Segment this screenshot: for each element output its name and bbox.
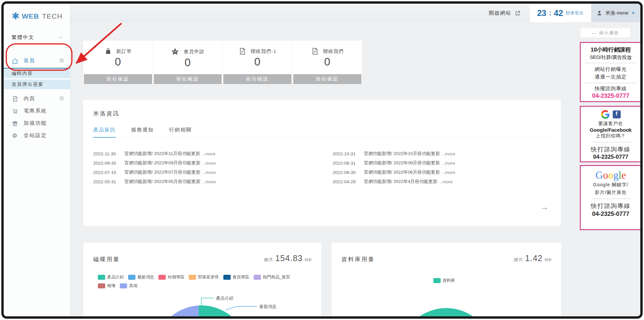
sidebar-subitem-label: 編輯內容 [12, 71, 33, 77]
legend-chip [223, 275, 231, 280]
home-icon [12, 58, 18, 64]
go-confirm-button[interactable]: 前往確認 [223, 74, 292, 84]
legend-item: 會員專區 [223, 274, 249, 280]
ad-hotline-label: 快打諮詢專線 [581, 202, 641, 210]
sidebar-item-addons[interactable]: 加值功能 [4, 117, 70, 129]
go-confirm-button[interactable]: 前往確認 [293, 74, 362, 84]
disk-total-value: 154.83 [275, 253, 303, 263]
open-site-label: 開啟網站 [489, 10, 512, 16]
external-link-icon [515, 10, 521, 16]
news-panel-title: 米洛資訊 [93, 110, 561, 117]
gear-icon: ⚙ [12, 132, 18, 139]
asterisk-logo-icon: ✱ [12, 12, 19, 21]
tab-product-news[interactable]: 產品新訊 [93, 127, 116, 138]
sidebar-item-site-settings[interactable]: ⚙ 全站設定 [4, 129, 70, 142]
google-g-icon [601, 110, 610, 119]
ad-line: 影片/圖片廣告 [581, 190, 641, 196]
open-site-link[interactable]: 開啟網站 [489, 4, 521, 22]
news-list: 2022-11-30 官網功能新增/ 2022年11月份功能更新 ..more … [93, 149, 551, 186]
legend-item: 特價專區 [158, 274, 184, 280]
ad-phone-number: 04-2325-0777 [581, 211, 641, 218]
timer-seconds: 42 [554, 8, 563, 18]
news-more-link[interactable]: ..more [440, 179, 453, 184]
app-window: ✱ WEB TECH 繁體中文 首頁 ⚙ 編輯內容 首頁彈出視窗 [1, 1, 643, 319]
legend-chip [98, 283, 105, 288]
sidebar-menu: 首頁 ⚙ 編輯內容 首頁彈出視窗 內頁 ⚙ 電商系統 [4, 55, 70, 142]
go-confirm-button[interactable]: 前往確認 [84, 74, 152, 84]
news-more-link[interactable]: ..more [203, 170, 216, 175]
next-page-arrow-icon[interactable]: → [540, 202, 549, 212]
gear-icon[interactable]: ⚙ [59, 58, 65, 64]
brand-logo: ✱ WEB TECH [12, 12, 70, 21]
legend-item: 熱門商品_首頁 [254, 274, 290, 280]
ad-phone-number: 04-2325-0777 [581, 154, 641, 160]
news-more-link[interactable]: ..more [203, 151, 215, 156]
go-confirm-button[interactable]: 前往確認 [154, 74, 222, 84]
news-date: 2022-07-15 [93, 170, 124, 175]
gear-icon[interactable]: ⚙ [59, 96, 65, 101]
database-usage-total: 總共1.42MB [514, 253, 552, 263]
legend-item: 相簿 [98, 283, 115, 289]
news-more-link[interactable]: ..more [203, 179, 216, 184]
legend-item: 產品介紹 [98, 274, 124, 280]
ad-hotline-label: 快打諮詢專線 [581, 145, 641, 153]
sidebar-subitem-edit-content[interactable]: 編輯內容 [4, 69, 70, 78]
user-menu[interactable]: 米洛-Irene ▼ [591, 4, 640, 22]
sidebar-item-ecommerce[interactable]: 電商系統 [4, 105, 70, 117]
stat-label: 聯絡我們-1 [251, 48, 276, 55]
collapse-ads-label: 縮小廣告 [599, 30, 619, 36]
news-date: 2022-09-30 [93, 161, 124, 166]
brand-name-secondary: TECH [42, 12, 62, 20]
ad-line: 要讓客戶在 [581, 121, 641, 127]
ad-marketing-course[interactable]: 10小時行銷課程 SEO/社群/廣告投放 網站行銷曝光 通通一次搞定 快撥諮詢專… [580, 42, 642, 102]
sidebar-item-label: 全站設定 [24, 132, 47, 139]
stat-label: 聯絡我們 [323, 48, 344, 55]
news-more-link[interactable]: ..more [443, 161, 455, 166]
chevron-down-icon [58, 35, 63, 40]
news-panel: 米洛資訊 產品新訊 服務通知 行銷相關 2022-11-30 官網功能新增/ 2… [83, 100, 561, 226]
legend-item: 其他 [120, 283, 137, 289]
ad-line: Google/Facebook [581, 127, 641, 133]
cart-icon [12, 108, 18, 114]
news-text: 官網功能新增/ 2022年09月份功能更新 [124, 160, 200, 166]
news-column-left: 2022-11-30 官網功能新增/ 2022年11月份功能更新 ..more … [93, 149, 322, 186]
sidebar: ✱ WEB TECH 繁體中文 首頁 ⚙ 編輯內容 首頁彈出視窗 [4, 4, 70, 316]
ad-logos: f [581, 110, 641, 119]
sidebar-item-inner-pages[interactable]: 內頁 ⚙ [4, 92, 70, 105]
main-area: 開啟網站 23 : 42 秒後登出 米洛-Irene ▼ [70, 4, 640, 316]
tab-service-notice[interactable]: 服務通知 [131, 127, 154, 137]
stat-card-contact-us-1: 聯絡我們-1 0 前往確認 [223, 41, 293, 85]
news-text: 官網功能新增/ 2022年05月份功能更新 [124, 179, 200, 185]
ad-google-ads[interactable]: Google Google 關鍵字/ 影片/圖片廣告 快打諮詢專線 04-232… [580, 165, 642, 230]
sidebar-item-label: 電商系統 [24, 107, 47, 114]
user-name: 米洛-Irene [605, 10, 628, 16]
news-more-link[interactable]: ..more [443, 151, 455, 156]
news-tabs: 產品新訊 服務通知 行銷相關 [93, 127, 551, 138]
document-icon [12, 95, 18, 102]
collapse-ads-button[interactable]: — 縮小廣告 [580, 28, 630, 38]
news-more-link[interactable]: ..more [443, 170, 455, 175]
ad-title: 10小時行銷課程 [581, 46, 641, 54]
news-date: 2022-05-31 [93, 179, 124, 184]
tab-marketing[interactable]: 行銷相關 [169, 127, 192, 137]
screenshot-shell: ✱ WEB TECH 繁體中文 首頁 ⚙ 編輯內容 首頁彈出視窗 [0, 0, 644, 320]
news-date: 2022-06-30 [333, 170, 364, 175]
news-text: 官網功能新增/ 2022年10月份功能更新 [364, 151, 440, 157]
news-text: 官網功能新增/ 2022年07月份功能更新 [124, 169, 200, 175]
top-header: 開啟網站 23 : 42 秒後登出 米洛-Irene ▼ [70, 4, 640, 22]
news-more-link[interactable]: ..more [203, 161, 216, 166]
stat-label: 會員申請 [184, 49, 204, 55]
news-item: 2022-09-30 官網功能新增/ 2022年09月份功能更新 ..more [93, 158, 322, 168]
sidebar-subitem-label: 首頁彈出視窗 [12, 81, 44, 87]
document-icon [238, 47, 246, 55]
legend-chip [128, 275, 135, 280]
sidebar-subitem-home-popup[interactable]: 首頁彈出視窗 [4, 80, 70, 89]
legend-chip [254, 275, 261, 280]
ad-phone-number: 04-2325-0777 [581, 92, 641, 99]
ad-google-facebook[interactable]: f 要讓客戶在 Google/Facebook 上找到你嗎？ 快打諮詢專線 04… [580, 106, 642, 162]
news-date: 2022-04-29 [333, 179, 364, 184]
news-column-right: 2022-10-31 官網功能新增/ 2022年10月份功能更新 ..more … [322, 149, 551, 186]
legend-chip [98, 275, 105, 280]
language-selector[interactable]: 繁體中文 [12, 34, 63, 44]
sidebar-item-home[interactable]: 首頁 ⚙ [4, 55, 70, 67]
